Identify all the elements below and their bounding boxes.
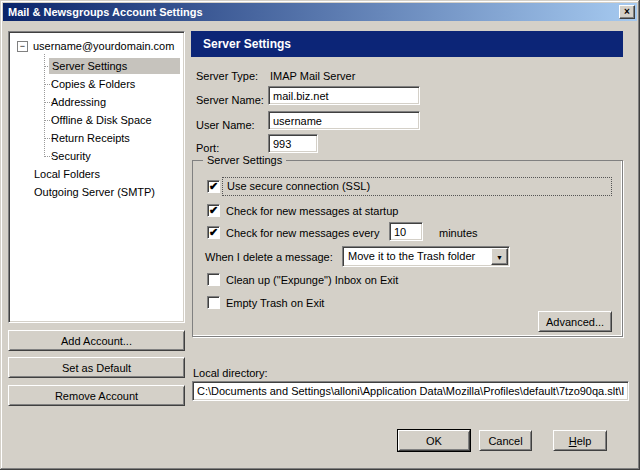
help-label: Help — [554, 435, 606, 447]
panel-title-text: Server Settings — [203, 37, 291, 51]
ok-button[interactable]: OK — [398, 430, 470, 451]
chevron-down-icon[interactable]: ▼ — [491, 248, 508, 265]
window-title: Mail & Newsgroups Account Settings — [8, 6, 203, 18]
tree-connector-line — [44, 54, 45, 157]
empty-trash-label[interactable]: Empty Trash on Exit — [226, 296, 324, 311]
check-every-label[interactable]: Check for new messages every — [226, 226, 379, 241]
ssl-checkbox-label[interactable]: Use secure connection (SSL) — [222, 177, 612, 196]
ssl-checkbox[interactable]: ✔ — [207, 180, 220, 193]
server-settings-groupbox: Server Settings ✔ Use secure connection … — [192, 160, 623, 337]
tree-item-offline-disk-space[interactable]: Offline & Disk Space — [51, 112, 152, 128]
tree-item-return-receipts[interactable]: Return Receipts — [51, 130, 130, 146]
ok-label: OK — [399, 435, 469, 447]
port-input[interactable] — [268, 134, 318, 153]
tree-item-label: Outgoing Server (SMTP) — [34, 186, 155, 198]
tree-item-label: Security — [51, 150, 91, 162]
title-bar[interactable]: Mail & Newsgroups Account Settings × — [3, 3, 637, 21]
account-tree: − username@yourdomain.com Server Setting… — [8, 31, 185, 323]
local-directory-label: Local directory: — [193, 366, 268, 380]
local-directory-input[interactable] — [192, 381, 629, 401]
set-as-default-button[interactable]: Set as Default — [8, 357, 185, 378]
tree-item-server-settings[interactable]: Server Settings — [49, 58, 180, 74]
account-settings-dialog: Mail & Newsgroups Account Settings × − u… — [0, 0, 640, 470]
tree-item-label: Server Settings — [52, 60, 127, 72]
tree-item-label: Local Folders — [34, 168, 100, 180]
dropdown-selected-value: Move it to the Trash folder — [348, 249, 475, 264]
panel-title: Server Settings — [191, 31, 623, 57]
server-type-label: Server Type: — [196, 69, 258, 83]
tree-item-outgoing-smtp[interactable]: Outgoing Server (SMTP) — [34, 184, 155, 200]
delete-message-dropdown[interactable]: Move it to the Trash folder ▼ — [342, 246, 510, 267]
ssl-label-text: Use secure connection (SSL) — [227, 180, 370, 192]
collapse-expander-icon[interactable]: − — [17, 41, 28, 52]
minutes-label: minutes — [439, 226, 478, 241]
remove-account-label: Remove Account — [9, 390, 184, 402]
cancel-button[interactable]: Cancel — [479, 430, 532, 451]
tree-item-label: Offline & Disk Space — [51, 114, 152, 126]
tree-item-label: Addressing — [51, 96, 106, 108]
add-account-button[interactable]: Add Account... — [8, 330, 185, 351]
check-every-checkbox[interactable]: ✔ — [207, 226, 220, 239]
tree-item-label: Return Receipts — [51, 132, 130, 144]
groupbox-title: Server Settings — [203, 153, 286, 167]
tree-item-addressing[interactable]: Addressing — [51, 94, 106, 110]
tree-item-account-root[interactable]: username@yourdomain.com — [33, 38, 174, 54]
add-account-label: Add Account... — [9, 335, 184, 347]
tree-item-copies-folders[interactable]: Copies & Folders — [51, 76, 135, 92]
server-name-input[interactable] — [268, 86, 420, 105]
advanced-label: Advanced... — [539, 316, 611, 328]
delete-message-label: When I delete a message: — [205, 250, 333, 265]
cleanup-expunge-checkbox[interactable] — [207, 273, 220, 286]
tree-item-security[interactable]: Security — [51, 148, 91, 164]
tree-item-label: Copies & Folders — [51, 78, 135, 90]
check-every-minutes-input[interactable] — [389, 222, 423, 241]
help-button[interactable]: Help — [553, 430, 607, 451]
close-icon[interactable]: × — [619, 5, 635, 19]
check-at-startup-checkbox[interactable]: ✔ — [207, 204, 220, 217]
empty-trash-checkbox[interactable] — [207, 296, 220, 309]
check-at-startup-label[interactable]: Check for new messages at startup — [226, 204, 398, 219]
user-name-input[interactable] — [268, 111, 420, 130]
user-name-label: User Name: — [196, 118, 255, 132]
server-name-label: Server Name: — [196, 93, 264, 107]
advanced-button[interactable]: Advanced... — [538, 311, 612, 332]
cancel-label: Cancel — [480, 435, 531, 447]
set-as-default-label: Set as Default — [9, 362, 184, 374]
remove-account-button[interactable]: Remove Account — [8, 385, 185, 406]
server-type-value: IMAP Mail Server — [270, 69, 355, 83]
cleanup-expunge-label[interactable]: Clean up ("Expunge") Inbox on Exit — [226, 273, 398, 288]
tree-item-local-folders[interactable]: Local Folders — [34, 166, 100, 182]
